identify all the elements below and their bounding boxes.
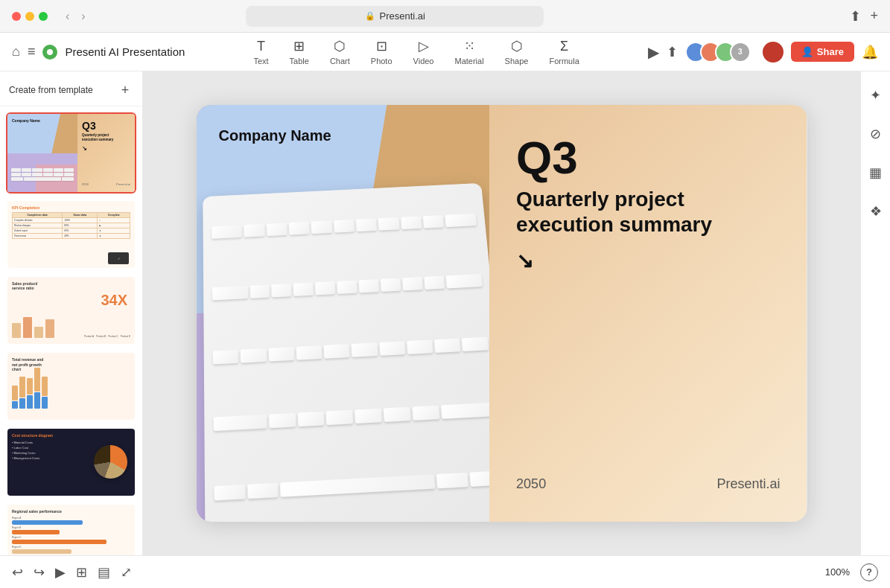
kb-key (400, 216, 421, 229)
kb-key (247, 483, 279, 499)
play-button[interactable]: ▶ (648, 43, 659, 61)
slide-subtitle: Quarterly project execution summary (516, 187, 780, 237)
video-label: Video (413, 57, 434, 65)
toolbar-item-shape[interactable]: ⬡ Shape (505, 38, 529, 65)
toolbar-item-formula[interactable]: Σ Formula (549, 39, 579, 65)
kb-key (214, 485, 245, 501)
back-button[interactable]: ‹ (63, 8, 72, 25)
zoom-level: 100% (825, 566, 850, 578)
shape-label: Shape (505, 57, 529, 65)
layout-view-button[interactable]: ▤ (98, 564, 110, 581)
kb-key (311, 220, 331, 234)
redo-button[interactable]: ↪ (34, 564, 45, 581)
formula-icon: Σ (560, 39, 568, 54)
play-presentation-button[interactable]: ▶ (55, 564, 66, 581)
slide-thumb-3[interactable]: Sales product/service ratio 34X Product … (6, 275, 136, 345)
grid-view-button[interactable]: ⊞ (76, 564, 87, 581)
slide-thumb-2[interactable]: KPI Completion Completion dateSome dataC… (6, 199, 136, 269)
slide-thumb-1[interactable]: Company Name Q3 Quarterly projectexecuti… (6, 112, 136, 194)
create-from-template-label: Create from template (9, 85, 93, 95)
slide-year: 2050 (516, 476, 546, 492)
sidebar-toggle-button[interactable]: ≡ (28, 44, 36, 60)
share-label: Share (817, 46, 844, 57)
app-title: Presenti AI Presentation (65, 45, 185, 58)
formula-label: Formula (549, 57, 579, 65)
slide-thumb-4[interactable]: Total revenue andnet profit growthchart (6, 351, 136, 421)
material-label: Material (454, 57, 483, 65)
kb-key (241, 348, 267, 363)
main-slide: Company Name (197, 105, 807, 522)
logo-dot (47, 49, 53, 55)
maximize-button[interactable] (39, 12, 48, 21)
slide-company-name: Company Name (219, 127, 331, 144)
keyboard-body (203, 183, 489, 522)
nav-arrows: ‹ › (63, 8, 89, 25)
chart-icon: ⬡ (334, 38, 346, 54)
thumb5-material: • Material Costs (12, 441, 130, 444)
lock-icon: 🔒 (365, 11, 375, 21)
app-logo (42, 45, 57, 60)
kb-key (424, 276, 445, 290)
kb-key (288, 222, 309, 235)
thumb1-year: 2050 (82, 182, 89, 186)
kb-key (469, 470, 489, 486)
toolbar-item-text[interactable]: T Text (253, 39, 268, 65)
slide-thumb-6[interactable]: Regional sales performance Region A Regi… (6, 503, 136, 555)
notification-button[interactable]: 🔔 (862, 44, 878, 60)
kb-row-2 (212, 251, 484, 324)
filter-button[interactable]: ⊘ (864, 122, 888, 146)
toolbar-item-photo[interactable]: ⊡ Photo (371, 38, 392, 65)
kb-key (268, 413, 295, 428)
kb-key (378, 217, 398, 231)
kb-key (326, 410, 353, 425)
close-button[interactable] (12, 12, 21, 21)
forward-button[interactable]: › (78, 8, 88, 25)
header-right: ▶ ⬆ 3 👤 Share 🔔 (648, 42, 878, 63)
toolbar-item-chart[interactable]: ⬡ Chart (330, 38, 350, 65)
url-bar[interactable]: 🔒 Presenti.ai (246, 6, 544, 27)
kb-key (445, 214, 476, 227)
kb-key (337, 281, 357, 294)
kb-key (378, 341, 404, 356)
canvas-area[interactable]: Company Name (143, 71, 860, 555)
layout-button[interactable]: ▦ (864, 161, 888, 185)
kb-key (244, 224, 264, 237)
sidebar-header: Create from template + (0, 71, 142, 106)
kb-row-5 (214, 445, 489, 522)
share-icon: 👤 (801, 46, 813, 57)
slide-thumb-5[interactable]: Cost structure diagram • Material Costs … (6, 427, 136, 497)
app-header: ⌂ ≡ Presenti AI Presentation T Text ⊞ Ta… (0, 33, 890, 71)
slide-q3: Q3 (516, 135, 780, 181)
upload-button[interactable]: ⬆ (850, 8, 861, 25)
export-button[interactable]: ⬆ (667, 44, 678, 60)
resize-button[interactable]: ⤢ (121, 564, 132, 581)
ai-assist-button[interactable]: ✦ (864, 83, 888, 107)
kb-key (381, 278, 401, 292)
undo-button[interactable]: ↩ (12, 564, 23, 581)
kb-key (412, 406, 439, 421)
magic-button[interactable]: ❖ (864, 199, 888, 223)
kb-key (355, 218, 376, 231)
url-text: Presenti.ai (380, 10, 425, 22)
slide-right: Q3 Quarterly project execution summary ↘… (489, 105, 807, 522)
help-button[interactable]: ? (860, 563, 878, 581)
thumb1-company: Company Name (12, 118, 40, 123)
thumb1-brand: Presenti.ai (116, 182, 130, 186)
shape-icon: ⬡ (511, 38, 523, 54)
toolbar-item-material[interactable]: ⁙ Material (454, 38, 483, 65)
new-tab-button[interactable]: + (870, 8, 878, 24)
bottom-toolbar: ↩ ↪ ▶ ⊞ ▤ ⤢ 100% ? (0, 555, 890, 588)
toolbar-item-video[interactable]: ▷ Video (413, 38, 434, 65)
share-button[interactable]: 👤 Share (791, 42, 854, 62)
home-button[interactable]: ⌂ (12, 44, 20, 60)
text-label: Text (253, 57, 268, 65)
kb-key (402, 277, 423, 290)
add-template-button[interactable]: + (117, 82, 133, 98)
toolbar-item-table[interactable]: ⊞ Table (290, 38, 309, 65)
keyboard-mockup (204, 179, 490, 522)
kb-key (212, 350, 238, 365)
table-icon: ⊞ (293, 38, 305, 54)
titlebar: ‹ › 🔒 Presenti.ai ⬆ + (0, 0, 890, 33)
minimize-button[interactable] (25, 12, 34, 21)
kb-key (296, 345, 322, 360)
